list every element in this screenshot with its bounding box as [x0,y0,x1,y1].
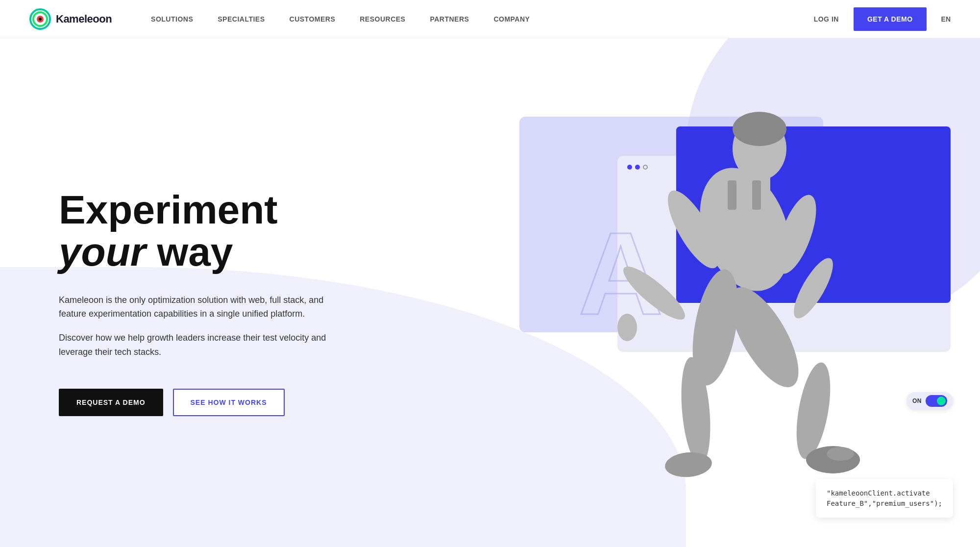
hero-title-italic: your [59,229,146,274]
code-snippet: "kameleoonClient.activate Feature_B","pr… [816,479,953,518]
nav-company[interactable]: COMPANY [493,15,530,23]
login-link[interactable]: LOG IN [814,15,839,23]
get-demo-button[interactable]: GET A DEMO [854,7,927,31]
nav-specialties[interactable]: SPECIALTIES [218,15,265,23]
athlete-svg [578,77,882,494]
svg-point-12 [617,314,637,341]
hero-buttons: REQUEST A DEMO SEE HOW IT WORKS [59,389,333,416]
language-selector[interactable]: EN [941,15,951,23]
navigation: Kameleoon SOLUTIONS SPECIALTIES CUSTOMER… [0,0,980,38]
request-demo-button[interactable]: REQUEST A DEMO [59,389,163,416]
toggle-on-label: ON [912,398,922,404]
hero-title: Experiment your way [59,189,333,273]
athlete-image [578,77,882,494]
hero-description-1: Kameleoon is the only optimization solut… [59,293,333,322]
code-line-2: Feature_B","premium_users"); [827,498,942,509]
code-line-1: "kameleoonClient.activate [827,488,942,498]
hero-title-line1: Experiment [59,187,278,232]
svg-point-3 [39,18,42,21]
nav-right: LOG IN GET A DEMO EN [814,7,951,31]
svg-point-5 [733,112,786,146]
nav-customers[interactable]: CUSTOMERS [290,15,336,23]
logo[interactable]: Kameleoon [29,8,112,30]
svg-point-21 [827,447,854,461]
see-how-it-works-button[interactable]: SEE HOW IT WORKS [173,389,285,416]
hero-visual: B A ON "kameleoonClient.activate Feature… [441,38,980,547]
svg-rect-9 [752,180,761,210]
toggle-switch[interactable] [926,395,947,407]
nav-links: SOLUTIONS SPECIALTIES CUSTOMERS RESOURCE… [151,15,814,23]
hero-content: Experiment your way Kameleoon is the onl… [0,189,333,416]
hero-section: Experiment your way Kameleoon is the onl… [0,38,980,547]
svg-rect-8 [728,180,736,210]
logo-text: Kameleoon [56,13,112,25]
hero-description-2: Discover how we help growth leaders incr… [59,331,333,359]
hero-title-rest: way [146,229,233,274]
toggle-badge: ON [906,392,953,410]
nav-partners[interactable]: PARTNERS [430,15,469,23]
logo-icon [29,8,51,30]
nav-resources[interactable]: RESOURCES [360,15,405,23]
nav-solutions[interactable]: SOLUTIONS [151,15,193,23]
